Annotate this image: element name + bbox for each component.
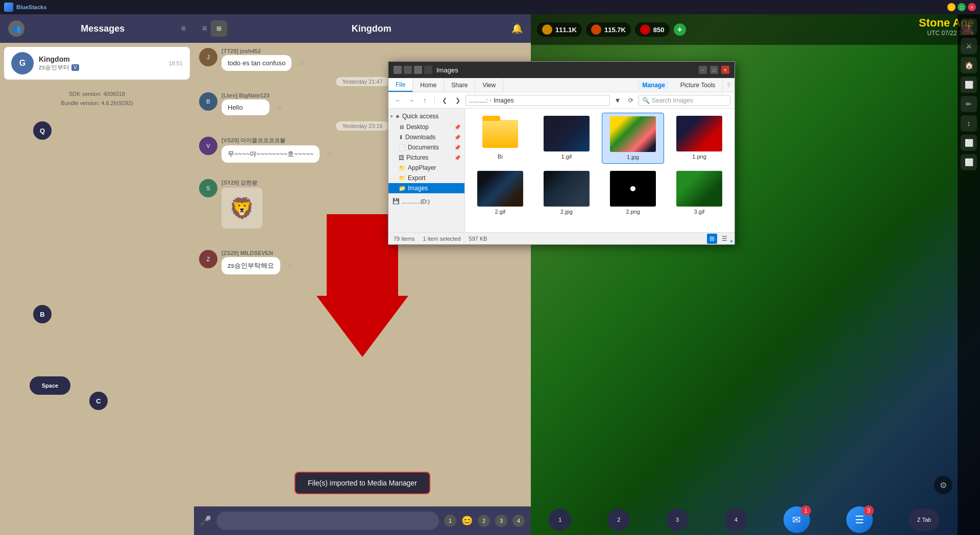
grid-view-btn[interactable]: ⊞ — [707, 234, 717, 244]
maximize-button[interactable]: □ — [958, 3, 966, 11]
bottom-btn-1[interactable]: 1 — [549, 508, 571, 531]
ribbon-tab-view[interactable]: View — [475, 78, 503, 92]
close-button[interactable]: × — [968, 3, 976, 11]
rs-icon-6[interactable]: ↕ — [961, 115, 977, 132]
manage-btn[interactable]: Manage — [638, 81, 669, 90]
app-version: BlueStacks — [16, 4, 46, 10]
resource-gems: 850 — [635, 22, 670, 37]
ribbon-tab-picture-tools[interactable]: Picture Tools — [673, 78, 723, 92]
chat-input-bar: 🎤 1 😊 2 3 4 — [194, 506, 531, 535]
copy-icon[interactable]: ⧉ — [277, 104, 282, 111]
kingdom-chat-item[interactable]: G Kingdom zs승인부터 V 18:51 — [4, 47, 190, 80]
rs-icon-2[interactable]: ⚔ — [961, 38, 977, 54]
file-thumb-2jpg — [544, 171, 590, 207]
divider — [434, 95, 435, 106]
file-item-bi[interactable]: Bi — [469, 113, 531, 164]
up-button[interactable]: ↑ — [419, 95, 430, 106]
file-thumb-2gif — [477, 171, 523, 207]
float-btn-b[interactable]: B — [33, 305, 52, 323]
tree-pictures[interactable]: 🖼 Pictures 📌 — [388, 152, 464, 163]
file-item-3gif[interactable]: 3.gif — [668, 168, 730, 218]
tab-button[interactable]: Z Tab — [909, 508, 939, 531]
fe-toolbar: ← → ↑ ❮ ❯ ..........: › Images ▾ ⟳ 🔍 Sea… — [388, 92, 734, 109]
file-item-2png[interactable]: 2.png — [602, 168, 664, 218]
file-item-1gif[interactable]: 1.gif — [535, 113, 598, 164]
settings-button[interactable]: ⚙ — [934, 476, 952, 494]
mail-button[interactable]: ✉ 1 — [783, 506, 810, 533]
msg-sender: [ZS29] MILDSEVEN — [222, 250, 280, 256]
page-badge-3: 3 — [495, 515, 507, 527]
chat-menu-icon[interactable]: ≡ — [202, 24, 207, 33]
tree-desktop[interactable]: 🖥 Desktop 📌 — [388, 122, 464, 132]
tree-export[interactable]: 📁 Export — [388, 173, 464, 183]
menu-badge: 3 — [864, 505, 874, 516]
rs-icon-4[interactable]: ⬜ — [961, 77, 977, 93]
address-dropdown[interactable]: ▾ — [612, 95, 623, 106]
minimize-button[interactable]: − — [947, 3, 955, 11]
fwd-btn2[interactable]: ❯ — [452, 95, 463, 106]
cursor-dot — [630, 186, 635, 191]
address-bar[interactable]: ..........: › Images — [465, 95, 610, 106]
copy-icon[interactable]: ⧉ — [299, 60, 304, 67]
fe-close-btn[interactable]: × — [721, 66, 729, 74]
fe-minimize-btn[interactable]: − — [699, 66, 707, 74]
bottom-btn-4[interactable]: 4 — [725, 508, 747, 531]
copy-icon[interactable]: ⧉ — [327, 150, 332, 158]
menu-button[interactable]: ☰ 3 — [846, 506, 873, 533]
float-btn-space[interactable]: Space — [30, 376, 70, 395]
rs-icon-5[interactable]: ✏ — [961, 96, 977, 112]
path-root: ..........: — [469, 97, 488, 104]
rs-icon-1[interactable]: ↑ — [961, 18, 977, 35]
chat-grid-icon[interactable]: ⊞ — [211, 20, 227, 37]
back-btn2[interactable]: ❮ — [439, 95, 450, 106]
kingdom-avatar: G — [11, 52, 34, 74]
float-btn-q[interactable]: Q — [33, 121, 52, 140]
gems-icon — [640, 24, 650, 35]
message-item: V [VS29] 마이클코코코코불 무~~~~야~~~~~~~~호~~~~~ ⧉ — [199, 137, 320, 163]
mic-icon[interactable]: 🎤 — [200, 515, 211, 526]
list-view-btn[interactable]: ☰ — [719, 234, 729, 244]
bottom-btn-3[interactable]: 3 — [666, 508, 689, 531]
back-button[interactable]: ← — [393, 95, 404, 106]
add-resource-button[interactable]: + — [674, 23, 686, 36]
emoji-icon[interactable]: 😊 — [461, 515, 473, 526]
file-item-2jpg[interactable]: 2.jpg — [535, 168, 598, 218]
file-item-2gif[interactable]: 2.gif — [469, 168, 531, 218]
ribbon-tab-home[interactable]: Home — [413, 78, 444, 92]
copy-icon[interactable]: ⧉ — [288, 262, 292, 269]
fe-maximize-btn[interactable]: □ — [710, 66, 718, 74]
ribbon-tab-file[interactable]: File — [388, 78, 413, 92]
tree-appplayer[interactable]: 📁 AppPlayer — [388, 163, 464, 173]
quick-access-section[interactable]: ▾ ★ Quick access — [388, 111, 464, 122]
ribbon-tab-share[interactable]: Share — [444, 78, 475, 92]
resource-gold: 111.1K — [537, 22, 582, 37]
file-item-1jpg[interactable]: 1.jpg — [602, 113, 664, 164]
messages-panel: 👥 Messages ≡ G Kingdom zs승인부터 V 18:51 SD… — [0, 14, 194, 535]
tree-documents[interactable]: 📄 Documents 📌 — [388, 142, 464, 152]
tree-downloads[interactable]: ⬇ Downloads 📌 — [388, 132, 464, 142]
tree-images[interactable]: 📁 Images — [388, 183, 464, 193]
forward-button[interactable]: → — [406, 95, 417, 106]
chat-bell-icon[interactable]: 🔔 — [511, 23, 523, 34]
date-separator: Yesterday 21:47 — [336, 77, 388, 86]
search-bar[interactable]: 🔍 Search Images — [639, 95, 730, 106]
msg-text: todo es tan confuso ⧉ — [222, 55, 291, 71]
rs-icon-8[interactable]: ⬜ — [961, 154, 977, 170]
file-item-1png[interactable]: 1.png — [668, 113, 730, 164]
right-sidebar: ↑ ⚔ 🏠 ⬜ ✏ ↕ ⬜ ⬜ — [958, 14, 980, 535]
avatar: Z — [199, 250, 217, 268]
chat-input[interactable] — [216, 512, 439, 530]
star-icon — [414, 66, 422, 74]
quick-access-label: Quick access — [402, 113, 438, 120]
downloads-icon: ⬇ — [399, 134, 403, 141]
tree-drive[interactable]: 💾 ............(D:) — [388, 196, 464, 206]
refresh-button[interactable]: ⟳ — [625, 95, 636, 106]
drive-icon: 💾 — [393, 198, 400, 205]
rs-icon-7[interactable]: ⬜ — [961, 135, 977, 151]
page-badge-4: 4 — [512, 515, 525, 527]
float-btn-c[interactable]: C — [89, 392, 108, 410]
folder-icon: 📁 — [399, 185, 406, 192]
bottom-btn-2[interactable]: 2 — [607, 508, 630, 531]
help-icon[interactable]: ? — [723, 82, 734, 89]
rs-icon-3[interactable]: 🏠 — [961, 57, 977, 73]
